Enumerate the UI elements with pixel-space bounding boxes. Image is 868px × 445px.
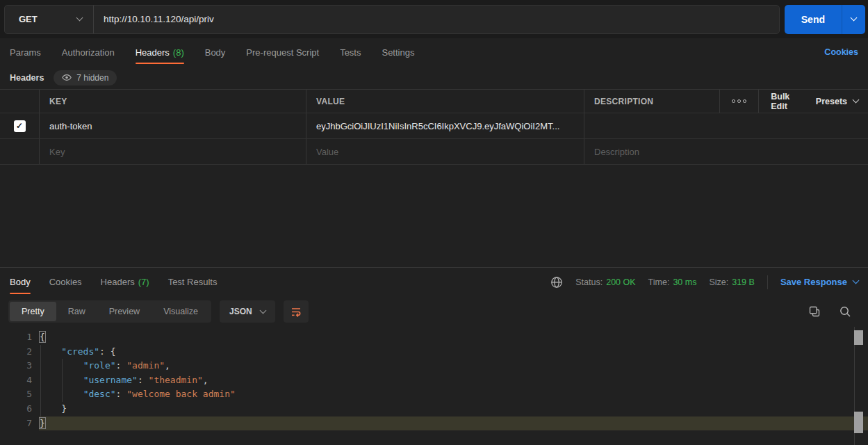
status-indicator: Status: 200 OK	[575, 277, 635, 287]
line-number: 5	[0, 387, 32, 402]
response-tab-body[interactable]: Body	[10, 268, 31, 296]
table-actions: Bulk Edit Presets	[719, 90, 868, 113]
header-token-value[interactable]: eyJhbGciOiJIUzI1NiIsInR5cCI6IkpXVCJ9.eyJ…	[306, 113, 584, 138]
code-line-7: 7}	[0, 416, 868, 431]
response-meta: Status: 200 OK Time: 30 ms Size: 319 B S…	[550, 275, 858, 289]
view-switcher: Pretty Raw Preview Visualize	[8, 300, 211, 323]
wrap-text-icon	[290, 305, 302, 318]
more-options-icon[interactable]	[720, 99, 758, 103]
format-dropdown[interactable]: JSON	[220, 300, 275, 323]
column-header-key: KEY	[39, 90, 306, 113]
view-visualize[interactable]: Visualize	[152, 302, 210, 321]
request-tabs: Params Authorization Headers (8) Body Pr…	[0, 38, 868, 66]
time-indicator: Time: 30 ms	[648, 277, 697, 287]
send-button-group: Send	[785, 5, 865, 34]
response-toolbar: Pretty Raw Preview Visualize JSON	[0, 296, 868, 327]
hidden-headers-label: 7 hidden	[76, 73, 108, 83]
header-description-value[interactable]	[584, 113, 868, 138]
search-button[interactable]	[839, 305, 851, 318]
check-icon: ✓	[16, 121, 23, 131]
line-number: 4	[0, 373, 32, 388]
headers-subheader: Headers 7 hidden	[0, 66, 868, 89]
table-header-row: KEY VALUE DESCRIPTION Bulk Edit Presets	[0, 90, 868, 113]
headers-section-title: Headers	[10, 73, 44, 83]
value-input-placeholder[interactable]: Value	[306, 139, 584, 164]
time-value: 30 ms	[673, 277, 696, 287]
table-row: ✓ auth-token eyJhbGciOiJIUzI1NiIsInR5cCI…	[0, 113, 868, 139]
tab-settings[interactable]: Settings	[382, 38, 414, 66]
chevron-down-icon	[853, 97, 860, 104]
globe-icon[interactable]	[550, 276, 563, 289]
scrollbar-thumb[interactable]	[854, 330, 863, 345]
response-tabs: Body Cookies Headers (7) Test Results St…	[0, 268, 868, 296]
line-number: 6	[0, 402, 32, 416]
column-header-description: DESCRIPTION	[584, 90, 719, 113]
response-body-viewer[interactable]: 1{2 "creds": {3 "role": "admin",4 "usern…	[0, 327, 868, 445]
line-number: 1	[0, 330, 32, 345]
tab-tests[interactable]: Tests	[340, 38, 361, 66]
headers-count-badge: (8)	[173, 47, 184, 58]
empty-area	[0, 165, 868, 267]
key-input-placeholder[interactable]: Key	[39, 139, 306, 164]
row-checkbox-cell	[0, 139, 39, 164]
indent-guide	[40, 345, 41, 416]
scrollbar-thumb[interactable]	[854, 412, 863, 433]
response-headers-count-badge: (7)	[138, 277, 149, 287]
table-row-empty: Key Value Description	[0, 139, 868, 165]
header-checkbox-cell	[0, 90, 39, 113]
line-number: 2	[0, 345, 32, 359]
code-line-4: 4 "username": "theadmin",	[0, 373, 868, 388]
copy-button[interactable]	[808, 305, 821, 318]
status-value: 200 OK	[606, 277, 635, 287]
divider	[767, 275, 768, 289]
bulk-edit-button[interactable]: Bulk Edit	[758, 92, 806, 111]
response-body-actions	[808, 305, 860, 318]
headers-table: KEY VALUE DESCRIPTION Bulk Edit Presets …	[0, 89, 868, 165]
size-value: 319 B	[732, 277, 755, 287]
chevron-down-icon	[851, 15, 858, 22]
response-tab-headers[interactable]: Headers (7)	[101, 268, 149, 296]
response-tab-test-results[interactable]: Test Results	[168, 268, 218, 296]
row-checkbox-checked[interactable]: ✓	[14, 120, 26, 132]
tab-params[interactable]: Params	[10, 38, 41, 66]
send-options-button[interactable]	[842, 5, 865, 34]
url-text: http://10.10.11.120/api/priv	[104, 14, 214, 24]
row-checkbox-cell: ✓	[0, 113, 39, 138]
hidden-headers-toggle[interactable]: 7 hidden	[54, 70, 117, 86]
wrap-lines-button[interactable]	[284, 300, 309, 323]
tab-authorization[interactable]: Authorization	[62, 38, 115, 66]
chevron-down-icon	[853, 277, 860, 284]
url-input[interactable]: http://10.10.11.120/api/priv	[94, 6, 779, 33]
search-icon	[839, 305, 851, 318]
view-raw[interactable]: Raw	[56, 302, 97, 321]
response-section: Body Cookies Headers (7) Test Results St…	[0, 267, 868, 445]
line-number: 3	[0, 359, 32, 373]
code-line-2: 2 "creds": {	[0, 345, 868, 359]
tab-pre-request-script[interactable]: Pre-request Script	[246, 38, 319, 66]
code-line-6: 6 }	[0, 402, 868, 416]
code-line-1: 1{	[0, 330, 868, 345]
response-tab-cookies[interactable]: Cookies	[49, 268, 82, 296]
view-preview[interactable]: Preview	[97, 302, 152, 321]
chevron-down-icon	[76, 15, 83, 22]
column-header-value: VALUE	[306, 90, 584, 113]
send-button[interactable]: Send	[785, 5, 842, 34]
presets-dropdown[interactable]: Presets	[806, 97, 868, 106]
header-key-value[interactable]: auth-token	[39, 113, 306, 138]
method-select[interactable]: GET	[5, 6, 94, 33]
view-pretty[interactable]: Pretty	[10, 302, 56, 321]
indent-guide	[62, 359, 63, 402]
line-number: 7	[0, 416, 32, 431]
tab-body[interactable]: Body	[205, 38, 226, 66]
request-input-group: GET http://10.10.11.120/api/priv	[4, 5, 780, 34]
save-response-dropdown[interactable]: Save Response	[780, 277, 858, 287]
code-line-5: 5 "desc": "welcome back admin"	[0, 387, 868, 402]
chevron-down-icon	[259, 307, 266, 314]
cookies-link[interactable]: Cookies	[824, 47, 858, 57]
tab-headers[interactable]: Headers (8)	[136, 38, 184, 66]
code-lines: 1{2 "creds": {3 "role": "admin",4 "usern…	[0, 330, 868, 430]
request-url-row: GET http://10.10.11.120/api/priv Send	[0, 0, 868, 38]
copy-icon	[808, 305, 821, 318]
method-label: GET	[19, 14, 38, 24]
description-input-placeholder[interactable]: Description	[584, 139, 868, 164]
